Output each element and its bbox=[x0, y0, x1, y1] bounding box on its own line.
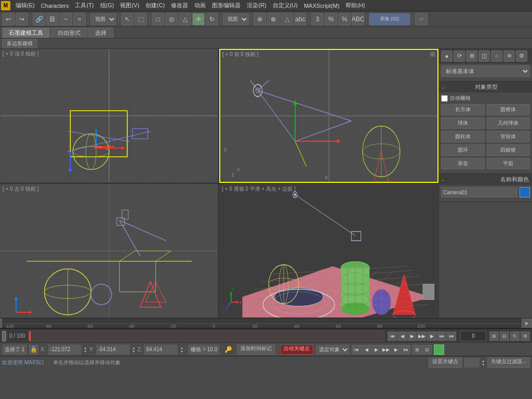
prev-keyframe-button[interactable]: ◀ bbox=[397, 331, 407, 341]
status-icon1[interactable]: ⊞ bbox=[413, 345, 422, 354]
menu-tools[interactable]: 工具(T) bbox=[72, 1, 97, 10]
timeline-left-nub[interactable] bbox=[2, 331, 6, 341]
tab-graphite[interactable]: 石墨建模工具 bbox=[2, 28, 50, 38]
menu-characters[interactable]: Characters bbox=[38, 2, 72, 10]
btn-cylinder[interactable]: 圆柱体 bbox=[441, 131, 485, 142]
btn-torus[interactable]: 圆环 bbox=[441, 144, 485, 156]
select-region-button[interactable]: ⬚ bbox=[135, 13, 147, 25]
color-swatch[interactable] bbox=[520, 187, 530, 197]
btn-tube[interactable]: 管状体 bbox=[487, 131, 530, 142]
bind-button[interactable]: ~ bbox=[60, 13, 72, 25]
panel-display-icon[interactable]: ○ bbox=[491, 50, 502, 62]
pbx-btn4[interactable]: ▶▶ bbox=[381, 345, 391, 354]
panel-create-icon[interactable]: ● bbox=[441, 50, 453, 62]
play-anim-button[interactable]: ▶▶ bbox=[417, 331, 427, 341]
y-spinner[interactable]: ▲▼ bbox=[132, 346, 136, 353]
menu-edit[interactable]: 编辑(E) bbox=[12, 1, 38, 10]
tb-btn7[interactable]: △ bbox=[179, 13, 191, 25]
menu-graph-editor[interactable]: 图形编辑器 bbox=[209, 1, 244, 10]
timeline-btn4[interactable]: ⚙ bbox=[521, 331, 530, 341]
tb-render2[interactable]: % bbox=[325, 13, 337, 25]
btn-geosphere[interactable]: 几何球体 bbox=[487, 117, 530, 129]
tb-snap2[interactable]: ⊗ bbox=[267, 13, 280, 25]
viewport-perspective[interactable]: [ + 0 透视 0 平滑 + 高光 + 边面 ] bbox=[219, 184, 438, 318]
move-button[interactable]: ✛ bbox=[192, 13, 205, 25]
tb-btn6[interactable]: ◎ bbox=[165, 13, 178, 25]
auto-keyframe-button[interactable]: 自动关键点 bbox=[280, 344, 313, 355]
rotate-button[interactable]: ↻ bbox=[206, 13, 218, 25]
pbx-btn3[interactable]: ▶ bbox=[371, 345, 381, 354]
keyframe-filter-button[interactable]: 关键点过滤器... bbox=[487, 357, 530, 368]
timeline-btn1[interactable]: ⊞ bbox=[489, 331, 499, 341]
undo-button[interactable]: ↩ bbox=[2, 13, 15, 25]
z-spinner[interactable]: ▲▼ bbox=[180, 346, 183, 353]
x-input[interactable] bbox=[48, 344, 82, 355]
menu-customize[interactable]: 自定义(U) bbox=[270, 1, 301, 10]
menu-group[interactable]: 组(G) bbox=[97, 1, 117, 10]
play-button[interactable]: ▶ bbox=[407, 331, 417, 341]
pbx-btn2[interactable]: ◀ bbox=[362, 345, 371, 354]
tab-select[interactable]: 选择 bbox=[88, 28, 113, 38]
z-input[interactable] bbox=[144, 344, 178, 355]
pbx-btn6[interactable]: ⏭ bbox=[401, 345, 410, 354]
btn-box[interactable]: 长方体 bbox=[441, 104, 485, 115]
selection-filter-dropdown[interactable]: 视图 bbox=[90, 14, 116, 25]
timeline-btn2[interactable]: ⊟ bbox=[500, 331, 509, 341]
tab-freeform[interactable]: 自由形式 bbox=[51, 28, 87, 38]
btn-sphere[interactable]: 球体 bbox=[441, 117, 485, 129]
panel-hierarchy-icon[interactable]: ⊞ bbox=[466, 50, 477, 62]
unlink-button[interactable]: ⛓ bbox=[46, 13, 59, 25]
btn-teapot[interactable]: 茶壶 bbox=[441, 158, 485, 169]
panel-extra-icon[interactable]: ⚙ bbox=[516, 50, 527, 62]
next-frame-button[interactable]: ⏭ bbox=[437, 331, 446, 341]
pbx-btn1[interactable]: ⏮ bbox=[352, 345, 361, 354]
subtab-poly-model[interactable]: 多边形建模 bbox=[2, 39, 37, 48]
tb-render1[interactable]: 3 bbox=[311, 13, 324, 25]
menu-create[interactable]: 创建(C) bbox=[142, 1, 168, 10]
select-object-dropdown[interactable]: 选定对象 bbox=[315, 344, 350, 355]
btn-cone[interactable]: 圆锥体 bbox=[487, 104, 530, 115]
ruler-right-btn[interactable]: ▶ bbox=[522, 318, 532, 328]
auto-grid-checkbox[interactable] bbox=[441, 95, 448, 102]
last-frame-button[interactable]: ⏭ bbox=[447, 331, 456, 341]
menu-render[interactable]: 渲染(R) bbox=[244, 1, 269, 10]
tb-snap1[interactable]: ⊕ bbox=[254, 13, 266, 25]
primitives-dropdown[interactable]: 标准基本体 bbox=[441, 65, 530, 77]
set-keyframe-button[interactable]: 设置关键点 bbox=[429, 357, 462, 368]
panel-motion-icon[interactable]: ◫ bbox=[478, 50, 490, 62]
render-icon[interactable] bbox=[434, 344, 444, 355]
select-button[interactable]: ↖ bbox=[121, 13, 134, 25]
tb-snap3[interactable]: △ bbox=[281, 13, 293, 25]
menu-maxscript[interactable]: MAXScript(M) bbox=[301, 2, 342, 10]
next-keyframe-button[interactable]: ▶ bbox=[427, 331, 436, 341]
x-spinner[interactable]: ▲▼ bbox=[84, 346, 87, 353]
viewport-left[interactable]: [ + 0 左 0 线框 ] bbox=[0, 184, 218, 318]
bind2-button[interactable]: ≈ bbox=[73, 13, 86, 25]
btn-pyramid[interactable]: 四棱锥 bbox=[487, 144, 530, 156]
menu-view[interactable]: 视图(V) bbox=[117, 1, 142, 10]
name-input[interactable] bbox=[441, 187, 517, 197]
timeline-track[interactable] bbox=[29, 331, 384, 341]
frame-number[interactable]: 0 bbox=[460, 331, 486, 341]
lock-icon[interactable]: 🔒 bbox=[29, 345, 38, 354]
key-spinner[interactable]: ▲▼ bbox=[482, 359, 485, 366]
keyframe-input[interactable] bbox=[464, 357, 480, 368]
btn-plane[interactable]: 平面 bbox=[487, 158, 530, 169]
prev-frame-button[interactable]: ⏮ bbox=[388, 331, 397, 341]
menu-modifier[interactable]: 修改器 bbox=[168, 1, 191, 10]
link-button[interactable]: 🔗 bbox=[33, 13, 45, 25]
redo-button[interactable]: ↪ bbox=[16, 13, 28, 25]
panel-modify-icon[interactable]: ⟳ bbox=[454, 50, 465, 62]
view-dropdown[interactable]: 视图 bbox=[223, 14, 249, 25]
timeline-btn3[interactable]: ↻ bbox=[510, 331, 520, 341]
add-time-tag-button[interactable]: 添加时间标记 bbox=[237, 344, 275, 355]
panel-utilities-icon[interactable]: ≋ bbox=[503, 50, 515, 62]
tb-btn5[interactable]: □ bbox=[152, 13, 164, 25]
y-input[interactable] bbox=[96, 344, 130, 355]
tb-newset[interactable]: 新集 (02) bbox=[369, 13, 410, 25]
status-icon2[interactable]: ⊟ bbox=[422, 345, 432, 354]
viewport-front[interactable]: [ + 0 前 0 线框 ] 前 Z X bbox=[219, 49, 438, 183]
tb-render4[interactable]: ABC bbox=[352, 13, 364, 25]
tb-snap4[interactable]: abc bbox=[294, 13, 307, 25]
menu-help[interactable]: 帮助(H) bbox=[342, 1, 368, 10]
